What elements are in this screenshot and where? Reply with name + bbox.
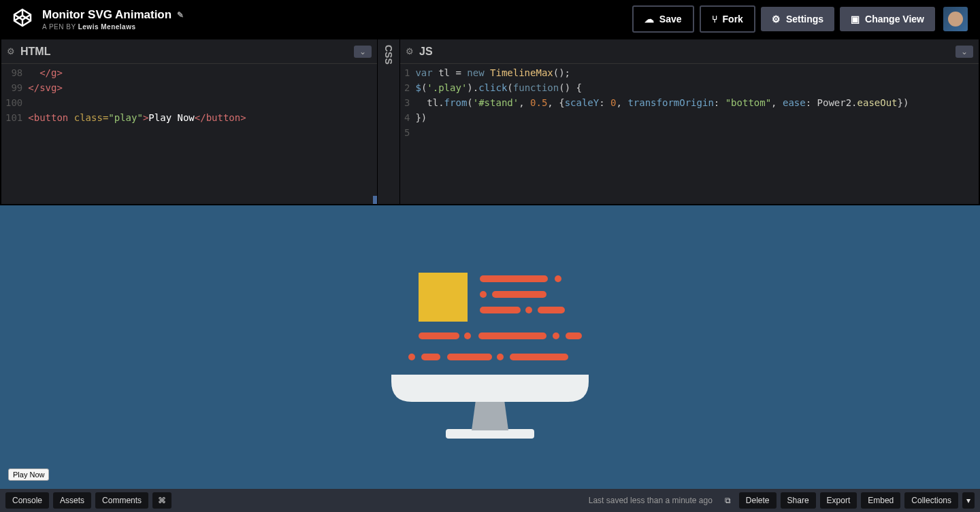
- svg-rect-13: [419, 332, 459, 339]
- html-code[interactable]: 98 99 100 101 </g> </svg> <button class=…: [1, 64, 377, 204]
- code-token: ();: [553, 67, 570, 78]
- popout-icon[interactable]: ⧉: [721, 496, 735, 505]
- last-saved-text: Last saved less than a minute ago: [589, 496, 713, 505]
- console-button[interactable]: Console: [5, 492, 49, 509]
- js-editor: ⚙ JS ⌄ 1 2 3 4 5 var tl = new TimelineMa…: [400, 39, 979, 204]
- js-editor-menu[interactable]: ⌄: [956, 46, 973, 58]
- svg-rect-15: [478, 332, 546, 339]
- line-number: 2: [404, 80, 410, 95]
- html-editor-menu[interactable]: ⌄: [354, 46, 372, 58]
- code-token: () {: [559, 82, 582, 93]
- comments-button[interactable]: Comments: [95, 492, 148, 509]
- svg-point-8: [480, 291, 487, 298]
- assets-button[interactable]: Assets: [53, 492, 91, 509]
- code-token: ease: [783, 97, 806, 108]
- code-token: </button>: [195, 112, 246, 123]
- code-token: </g>: [28, 67, 63, 78]
- svg-rect-9: [492, 291, 546, 298]
- settings-button[interactable]: ⚙ Settings: [761, 7, 834, 31]
- code-token: easeOut: [858, 97, 898, 108]
- code-token: "bottom": [725, 97, 771, 108]
- code-token: }): [898, 97, 909, 108]
- code-token: tl.: [415, 97, 444, 108]
- export-button[interactable]: Export: [820, 492, 858, 509]
- css-editor-title: CSS: [383, 45, 394, 65]
- code-token: class=: [68, 112, 108, 123]
- svg-point-14: [464, 332, 471, 339]
- view-icon: ▣: [851, 14, 860, 24]
- code-token: <button: [28, 112, 68, 123]
- change-view-button[interactable]: ▣ Change View: [840, 7, 935, 31]
- code-token: var: [415, 67, 438, 78]
- line-number: 3: [404, 95, 410, 110]
- embed-button[interactable]: Embed: [861, 492, 900, 509]
- save-button[interactable]: ☁ Save: [632, 5, 694, 33]
- code-token: TimelineMax: [490, 67, 553, 78]
- code-token: from: [444, 97, 468, 108]
- js-editor-header: ⚙ JS ⌄: [400, 39, 979, 64]
- svg-rect-12: [538, 307, 565, 313]
- svg-rect-22: [510, 354, 568, 360]
- html-editor: ⚙ HTML ⌄ 98 99 100 101 </g> </svg> <butt…: [1, 39, 377, 204]
- fork-button[interactable]: ⑂ Fork: [700, 5, 755, 33]
- change-view-label: Change View: [865, 14, 924, 24]
- gear-icon: ⚙: [772, 14, 781, 24]
- svg-rect-5: [419, 273, 468, 322]
- code-token: : Power2.: [806, 97, 858, 108]
- shortcuts-button[interactable]: ⌘: [152, 492, 172, 509]
- edit-title-icon[interactable]: ✎: [177, 10, 184, 20]
- js-code[interactable]: 1 2 3 4 5 var tl = new TimelineMax(); $(…: [400, 64, 979, 204]
- app-header: Monitor SVG Animation ✎ A PEN BY Lewis M…: [0, 0, 980, 38]
- code-token: 0: [610, 97, 616, 108]
- line-number: 101: [5, 110, 22, 125]
- line-number: 5: [404, 125, 410, 140]
- gear-icon[interactable]: ⚙: [7, 46, 15, 56]
- code-token: (: [507, 82, 512, 93]
- code-token: (: [467, 97, 472, 108]
- svg-rect-10: [480, 307, 521, 313]
- preview-pane: Play Now: [0, 204, 980, 489]
- code-token: }): [415, 112, 427, 123]
- code-token: new: [467, 67, 490, 78]
- svg-rect-17: [566, 332, 582, 339]
- line-number: 98: [5, 65, 22, 80]
- code-token: :: [599, 97, 610, 108]
- code-token: ,: [617, 97, 628, 108]
- delete-button[interactable]: Delete: [739, 492, 777, 509]
- code-token: function: [513, 82, 559, 93]
- share-button[interactable]: Share: [781, 492, 816, 509]
- collections-caret[interactable]: ▾: [962, 492, 975, 509]
- play-now-button[interactable]: Play Now: [8, 468, 49, 481]
- code-token: click: [478, 82, 507, 93]
- code-token: ,: [771, 97, 783, 108]
- code-token: '.play': [427, 82, 467, 93]
- js-editor-title: JS: [419, 46, 433, 58]
- header-buttons: ☁ Save ⑂ Fork ⚙ Settings ▣ Change View: [632, 5, 968, 33]
- editors-row: ⚙ HTML ⌄ 98 99 100 101 </g> </svg> <butt…: [0, 38, 980, 204]
- code-token: "play": [108, 112, 143, 123]
- codepen-logo[interactable]: [12, 7, 33, 31]
- svg-point-11: [525, 307, 532, 313]
- code-token: =: [450, 67, 467, 78]
- code-token: :: [714, 97, 725, 108]
- code-token: Play Now: [148, 112, 194, 123]
- title-area: Monitor SVG Animation ✎ A PEN BY Lewis M…: [42, 8, 632, 31]
- settings-label: Settings: [786, 14, 823, 24]
- pen-title[interactable]: Monitor SVG Animation: [42, 8, 172, 22]
- line-number: 4: [404, 110, 410, 125]
- css-editor-collapsed[interactable]: CSS: [378, 39, 399, 204]
- code-token: </svg>: [28, 82, 63, 93]
- user-avatar[interactable]: [943, 7, 968, 31]
- cloud-icon: ☁: [644, 14, 654, 24]
- line-number: 100: [5, 95, 22, 110]
- gear-icon[interactable]: ⚙: [406, 46, 414, 56]
- svg-rect-19: [421, 354, 440, 360]
- scroll-marker: [373, 196, 377, 204]
- collections-button[interactable]: Collections: [904, 492, 958, 509]
- footer-bar: Console Assets Comments ⌘ Last saved les…: [0, 489, 980, 512]
- author-link[interactable]: Lewis Menelaws: [78, 23, 136, 31]
- line-number: 1: [404, 65, 410, 80]
- html-editor-title: HTML: [20, 46, 50, 58]
- save-label: Save: [659, 14, 682, 24]
- svg-point-18: [408, 354, 415, 360]
